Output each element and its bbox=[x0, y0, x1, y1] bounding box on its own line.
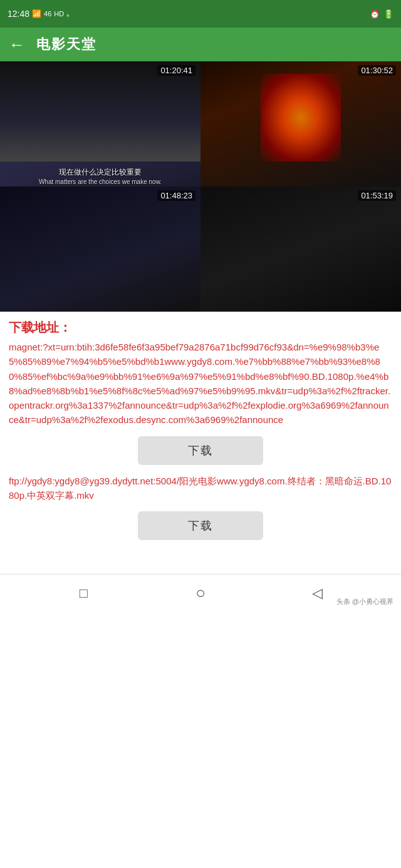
bottom-nav: □ ○ ◁ 头条 @小勇心视界 bbox=[0, 574, 401, 611]
signal-strength: 46 bbox=[44, 10, 51, 18]
wifi-label: HD bbox=[54, 10, 64, 18]
nav-back-button[interactable]: ◁ bbox=[304, 580, 331, 607]
page-title: 电影天堂 bbox=[36, 35, 96, 54]
video-grid: 01:20:41 现在做什么决定比较重要 What matters are th… bbox=[0, 61, 401, 312]
triangle-icon: ◁ bbox=[312, 585, 323, 601]
subtitle-cn-1: 现在做什么决定比较重要 bbox=[0, 167, 200, 178]
status-right: ⏰ 🔋 bbox=[370, 9, 393, 19]
download-button-2[interactable]: 下载 bbox=[138, 511, 263, 540]
download-button-1[interactable]: 下载 bbox=[138, 436, 263, 465]
alarm-icon: ⏰ bbox=[370, 9, 380, 19]
main-content: 下载地址： magnet:?xt=urn:btih:3d6fe58fe6f3a9… bbox=[0, 312, 401, 561]
battery-icon: 🔋 bbox=[383, 9, 393, 19]
timestamp-1: 01:20:41 bbox=[157, 65, 195, 76]
hd-icon: ₐ bbox=[66, 10, 69, 18]
status-bar: 12:48 📶 46 HD ₐ ⏰ 🔋 bbox=[0, 0, 401, 28]
download-btn-wrap-1: 下载 bbox=[9, 436, 392, 465]
nav-home-button[interactable]: ○ bbox=[187, 580, 214, 607]
ftp-link[interactable]: ftp://ygdy8:ygdy8@yg39.dydytt.net:5004/阳… bbox=[9, 474, 392, 503]
subtitle-en-1: What matters are the choices we make now… bbox=[0, 178, 200, 185]
magnet-link[interactable]: magnet:?xt=urn:btih:3d6fe58fe6f3a95bef79… bbox=[9, 340, 392, 427]
video-cell-4[interactable]: 01:53:19 bbox=[200, 186, 401, 312]
nav-square-button[interactable]: □ bbox=[70, 580, 97, 607]
signal-icon: 📶 bbox=[32, 9, 41, 18]
square-icon: □ bbox=[80, 585, 88, 601]
download-label: 下载地址： bbox=[9, 319, 392, 336]
circle-icon: ○ bbox=[195, 583, 206, 603]
timestamp-4: 01:53:19 bbox=[358, 190, 396, 201]
video-cell-1[interactable]: 01:20:41 现在做什么决定比较重要 What matters are th… bbox=[0, 61, 200, 186]
nav-bar: ← 电影天堂 bbox=[0, 28, 401, 61]
timestamp-2: 01:30:52 bbox=[358, 65, 396, 76]
back-button[interactable]: ← bbox=[9, 35, 25, 54]
video-cell-2[interactable]: 01:30:52 bbox=[200, 61, 401, 186]
time-display: 12:48 bbox=[8, 9, 29, 19]
download-btn-wrap-2: 下载 bbox=[9, 511, 392, 540]
timestamp-3: 01:48:23 bbox=[157, 190, 195, 201]
status-left: 12:48 📶 46 HD ₐ bbox=[8, 9, 69, 19]
watermark: 头条 @小勇心视界 bbox=[336, 597, 393, 606]
video-cell-3[interactable]: 01:48:23 bbox=[0, 186, 200, 312]
